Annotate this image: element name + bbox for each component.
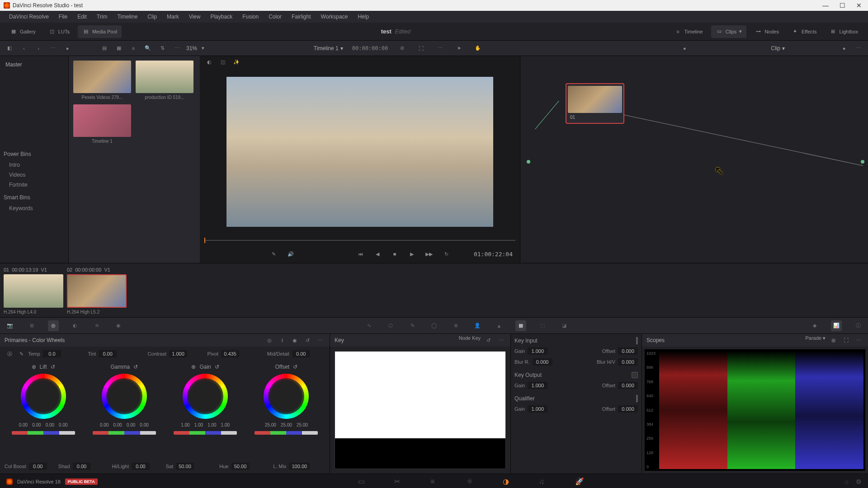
info-icon[interactable]: ⓘ (853, 320, 863, 331)
input-gain[interactable]: 1.000 (528, 347, 547, 355)
pivot-value[interactable]: 0.435 (221, 350, 239, 357)
menu-clip[interactable]: Clip (143, 12, 161, 22)
viewer-scrubber[interactable] (200, 236, 520, 245)
gain-color-wheel[interactable] (183, 374, 228, 419)
gallery-button[interactable]: ▦Gallery (5, 25, 40, 38)
menu-file[interactable]: File (54, 12, 72, 22)
bars-tab-icon[interactable]: ⦀ (277, 335, 287, 345)
wand-icon[interactable]: ✨ (231, 57, 241, 67)
shad-value[interactable]: 0.00 (73, 463, 91, 470)
input-offset[interactable]: 0.000 (618, 347, 638, 355)
luts-button[interactable]: ◫LUTs (44, 25, 74, 38)
stop-icon[interactable]: ■ (390, 249, 400, 259)
color-match-icon[interactable]: ⊞ (26, 320, 37, 331)
colboost-value[interactable]: 0.00 (29, 463, 47, 470)
tracking-icon[interactable]: ⊕ (450, 320, 461, 331)
gamma-color-wheel[interactable] (102, 374, 147, 419)
view-meta-icon[interactable]: ▤ (99, 43, 109, 53)
menu-dots-icon[interactable]: ⋯ (172, 43, 182, 53)
menu-workspace[interactable]: Workspace (316, 12, 353, 22)
node-dot-icon[interactable]: ● (679, 43, 689, 53)
gamma-bars[interactable] (93, 431, 156, 435)
scopes-expand-icon[interactable]: ⛶ (841, 335, 851, 345)
home-icon[interactable]: ⌂ (845, 478, 849, 485)
search-icon[interactable]: 🔍 (143, 43, 153, 53)
mid-value[interactable]: 0.00 (292, 350, 310, 357)
reset-icon[interactable]: ↺ (302, 335, 312, 345)
powerbins-label[interactable]: Power Bins (4, 151, 65, 157)
hilight-value[interactable]: 0.00 (132, 463, 150, 470)
gain-bars[interactable] (174, 431, 237, 435)
fairlight-page-icon[interactable]: ♫ (539, 477, 548, 486)
view-list-icon[interactable]: ≡ (128, 43, 138, 53)
timeline-name[interactable]: Timeline 1 ▾ (314, 45, 343, 52)
curves-icon[interactable]: ∿ (363, 320, 374, 331)
scopes-menu-icon[interactable]: ⋯ (854, 335, 863, 345)
nav-fwd-icon[interactable]: › (33, 43, 43, 53)
fusion-page-icon[interactable]: ⚛ (467, 477, 476, 486)
edit-page-icon[interactable]: ≡ (430, 477, 439, 486)
sat-value[interactable]: 50.00 (176, 463, 194, 470)
qual-gain[interactable]: 1.000 (528, 405, 547, 413)
lift-bars[interactable] (12, 431, 75, 435)
key-preview[interactable] (335, 351, 506, 469)
picker-icon[interactable]: ✎ (16, 349, 26, 359)
playhead[interactable] (204, 238, 205, 243)
reset-icon[interactable]: ↺ (51, 364, 55, 370)
reset-icon[interactable]: ↺ (293, 364, 297, 370)
lift-color-wheel[interactable] (21, 374, 66, 419)
options-icon[interactable]: ⋯ (48, 43, 58, 53)
motion-effects-icon[interactable]: ◉ (113, 320, 124, 331)
cut-page-icon[interactable]: ✂ (394, 477, 403, 486)
color-page-icon[interactable]: ◑ (503, 477, 512, 486)
node-menu-icon[interactable]: ⋯ (854, 43, 863, 53)
zoom-level[interactable]: 31% (186, 45, 197, 52)
gain-picker-icon[interactable]: ⊕ (191, 364, 196, 370)
timeline-clip[interactable]: 0200:00:00:00V1 H.264 High L5.2 (67, 267, 127, 314)
bin-videos[interactable]: Videos (4, 170, 65, 180)
node-input-dot[interactable] (527, 160, 530, 164)
menu-help[interactable]: Help (353, 12, 373, 22)
log-tab-icon[interactable]: ◉ (290, 335, 300, 345)
offset-bars[interactable] (255, 431, 318, 435)
contrast-value[interactable]: 1.000 (169, 350, 187, 357)
offset-color-wheel[interactable] (264, 374, 309, 419)
minimize-button[interactable]: — (820, 2, 831, 9)
play-icon[interactable]: ▶ (407, 249, 417, 259)
window-icon[interactable]: ◯ (429, 320, 439, 331)
unmute-icon[interactable]: 🔊 (286, 249, 296, 259)
next-frame-icon[interactable]: ▶▶ (424, 249, 434, 259)
qualifier-icon[interactable]: ✎ (407, 320, 418, 331)
menu-fusion[interactable]: Fusion (238, 12, 263, 22)
blur-icon[interactable]: ▲ (494, 320, 505, 331)
invert-toggle[interactable] (637, 337, 638, 344)
viewer-timecode[interactable]: 00:00:00:00 (352, 45, 388, 52)
warper-icon[interactable]: ⬡ (385, 320, 396, 331)
highlight-icon[interactable]: ◐ (204, 57, 214, 67)
clip-thumb[interactable]: Pexels Videos 278... (73, 61, 131, 100)
sizing-icon[interactable]: ⬚ (537, 320, 548, 331)
loop-icon[interactable]: ↻ (441, 249, 451, 259)
bypass-icon[interactable]: ⊘ (397, 43, 407, 53)
maximize-button[interactable]: ☐ (837, 2, 848, 9)
nodekey-label[interactable]: Node Key (459, 335, 481, 345)
input-blurr[interactable]: 0.000 (533, 358, 552, 366)
mediapool-button[interactable]: ▤Media Pool (78, 25, 122, 38)
marker-icon[interactable]: ✎ (269, 249, 278, 259)
lmix-value[interactable]: 100.00 (289, 463, 310, 470)
scopes-settings-icon[interactable]: ⊞ (828, 335, 838, 345)
effects-button[interactable]: ✦Effects (787, 25, 821, 38)
menu-edit[interactable]: Edit (73, 12, 91, 22)
sidebar-toggle-icon[interactable]: ◧ (5, 43, 14, 53)
parade-dropdown[interactable]: Parade ▾ (805, 335, 826, 345)
menu-trim[interactable]: Trim (92, 12, 112, 22)
menu-davinci[interactable]: DaVinci Resolve (5, 12, 53, 22)
output-gain[interactable]: 1.000 (528, 382, 547, 389)
view-thumb-icon[interactable]: ▦ (114, 43, 124, 53)
scopes-icon[interactable]: 📊 (831, 320, 842, 331)
corrector-node[interactable]: 01 (566, 83, 624, 124)
first-frame-icon[interactable]: ⏮ (355, 249, 365, 259)
clip-thumb[interactable]: production ID 519... (136, 61, 193, 100)
bin-keywords[interactable]: Keywords (4, 203, 65, 213)
parade-scope[interactable]: 1023 896 768 640 512 384 256 128 0 (645, 349, 865, 471)
